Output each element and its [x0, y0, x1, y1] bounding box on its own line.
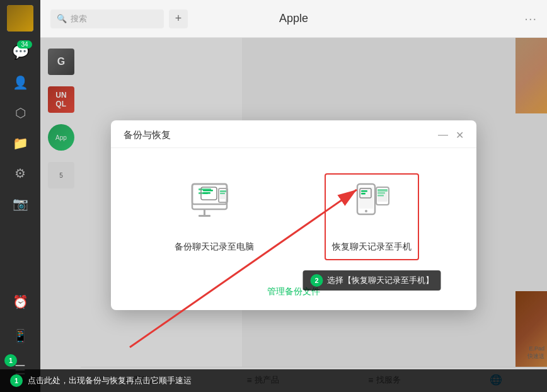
modal-close[interactable]: ✕	[456, 129, 464, 141]
app-title: Apple	[279, 12, 308, 25]
sidebar-icon-camera[interactable]: 📷	[7, 190, 33, 217]
modal-title: 备份与恢复	[124, 129, 171, 141]
sidebar-icon-cube[interactable]: ⬡	[7, 100, 33, 126]
modal-minimize[interactable]: —	[438, 129, 448, 141]
svg-rect-22	[377, 192, 385, 194]
svg-rect-5	[199, 215, 210, 217]
sidebar: 💬 👤 ⬡ 📁 ⚙ 📷 ⏰ 📱 ☰ 1	[0, 0, 40, 392]
option-restore-phone[interactable]: 恢复聊天记录至手机 2 选择【恢复聊天记录至手机】	[325, 173, 419, 260]
svg-rect-8	[203, 192, 210, 194]
sidebar-icon-contacts[interactable]: 👤	[7, 69, 33, 96]
search-placeholder: 搜索	[71, 13, 87, 25]
svg-point-15	[365, 210, 367, 212]
camera-icon: 📷	[13, 196, 28, 211]
svg-rect-4	[204, 209, 205, 216]
modal: 备份与恢复 — ✕	[111, 120, 476, 310]
sidebar-icon-settings[interactable]: ⚙	[7, 160, 33, 187]
chat-icon: 💬	[12, 44, 29, 61]
option1-label: 备份聊天记录至电脑	[175, 241, 254, 253]
modal-overlay: 备份与恢复 — ✕	[40, 38, 547, 392]
svg-rect-18	[361, 193, 366, 195]
step2-tooltip: 2 选择【恢复聊天记录至手机】	[303, 270, 441, 291]
modal-wrapper: 备份与恢复 — ✕	[111, 120, 476, 310]
step1-text: 点击此处，出现备份与恢复再点击它顺手速运	[28, 375, 192, 386]
settings-icon: ⚙	[14, 166, 26, 181]
search-icon: 🔍	[57, 14, 67, 23]
sidebar-icon-folder[interactable]: 📁	[7, 130, 33, 156]
folder-icon: 📁	[13, 135, 28, 151]
sidebar-icon-clock[interactable]: ⏰	[7, 289, 33, 315]
svg-rect-12	[220, 193, 225, 194]
step1-num: 1	[10, 374, 23, 387]
modal-header: 备份与恢复 — ✕	[111, 120, 476, 148]
clock-icon: ⏰	[13, 294, 28, 309]
step2-text: 选择【恢复聊天记录至手机】	[327, 275, 434, 286]
mobile-icon: 📱	[13, 328, 28, 343]
avatar[interactable]	[7, 5, 33, 32]
sidebar-icon-mobile[interactable]: 📱	[7, 323, 33, 349]
option-backup-pc[interactable]: 备份聊天记录至电脑	[168, 175, 260, 259]
window-controls: ···	[524, 11, 537, 26]
topbar: 🔍 搜索 + Apple ···	[40, 0, 547, 38]
step1-badge: 1	[4, 354, 17, 367]
svg-rect-21	[377, 189, 388, 192]
restore-phone-icon	[343, 181, 400, 231]
more-icon[interactable]: ···	[524, 11, 537, 26]
backup-pc-icon	[186, 181, 243, 231]
svg-rect-23	[377, 195, 384, 197]
add-button[interactable]: +	[169, 9, 188, 28]
sidebar-icon-chat[interactable]: 💬	[7, 39, 33, 66]
svg-rect-11	[220, 190, 226, 192]
cube-icon: ⬡	[15, 105, 26, 120]
svg-rect-17	[361, 190, 367, 192]
main-area: 🔍 搜索 + Apple ··· G UNQL App	[40, 0, 547, 392]
search-box[interactable]: 🔍 搜索	[50, 9, 164, 28]
option2-label: 恢复聊天记录至手机	[332, 241, 412, 253]
svg-rect-7	[203, 190, 213, 192]
modal-header-controls: — ✕	[438, 129, 464, 141]
modal-body: 备份聊天记录至电脑	[111, 148, 476, 279]
step2-badge: 2	[311, 274, 323, 287]
contacts-icon: 👤	[13, 75, 28, 90]
step1-tooltip: 1 点击此处，出现备份与恢复再点击它顺手速运	[0, 369, 547, 392]
